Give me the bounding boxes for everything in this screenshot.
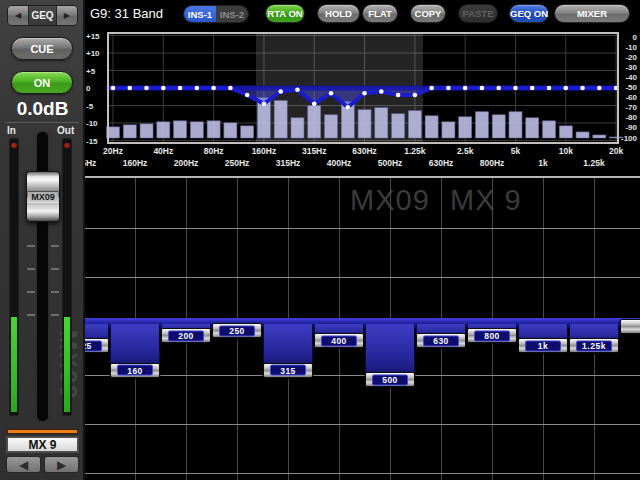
- band-fader-handle-630[interactable]: 630: [416, 333, 466, 348]
- band-handle-label: 315: [270, 365, 306, 376]
- rta-bar: [358, 110, 371, 138]
- rta-bar: [559, 126, 572, 138]
- db-axis-label: -10: [86, 119, 98, 128]
- fader-tick: [27, 291, 35, 293]
- geq-next-button[interactable]: ▶: [57, 6, 77, 25]
- freq-axis-label: 315Hz: [302, 146, 327, 156]
- band-fader-handle-400[interactable]: 400: [314, 333, 364, 348]
- eq-curve-point: [144, 86, 149, 91]
- cue-button[interactable]: CUE: [11, 37, 73, 60]
- eq-curve-point: [513, 86, 518, 91]
- eq-curve-point: [111, 86, 116, 91]
- band-frequency-labels: 125Hz160Hz200Hz250Hz315Hz400Hz500Hz630Hz…: [85, 156, 640, 176]
- freq-axis-label: 5k: [511, 146, 521, 156]
- eq-curve-point: [362, 91, 367, 96]
- toolbar: G9: 31 Band INS-1 INS-2 RTA ON HOLD FLAT…: [85, 0, 640, 28]
- rta-bar: [190, 122, 203, 138]
- rta-bar: [140, 124, 153, 138]
- band-handle-label: 400: [321, 335, 357, 346]
- band-fader-handle-315[interactable]: 315: [263, 363, 313, 378]
- band-frequency-label: 1.25k: [583, 158, 604, 168]
- band-fader-handle-partial[interactable]: [620, 319, 640, 334]
- geq-prev-button[interactable]: ◀: [8, 6, 28, 25]
- band-frequency-label: 1k: [538, 158, 547, 168]
- db-axis-label: -5: [86, 102, 94, 111]
- tab-ins-1[interactable]: INS-1: [184, 6, 216, 22]
- rta-bar: [475, 112, 488, 138]
- geq-switcher: ◀ GEQ ▶: [7, 5, 78, 26]
- rta-bar: [408, 111, 421, 138]
- channel-sidebar: ◀ GEQ ▶ CUE ON 0.0dB In Out MX09 MX09: [0, 0, 85, 480]
- divider: [6, 122, 79, 123]
- band-fader-handle-1k[interactable]: 1k: [518, 338, 568, 353]
- rta-axis-label: -20: [625, 53, 637, 62]
- band-fader-area: MX09MX 91251602002503154005006308001k1.2…: [85, 176, 640, 480]
- tab-ins-2[interactable]: INS-2: [216, 6, 248, 22]
- rta-on-button[interactable]: RTA ON: [265, 4, 305, 23]
- db-axis-label: +15: [86, 32, 100, 41]
- mixer-button[interactable]: MIXER: [554, 4, 630, 23]
- meter-fill: [64, 317, 70, 412]
- rta-bar: [543, 121, 556, 138]
- eq-curve-point: [278, 89, 283, 94]
- db-axis-label: -15: [86, 137, 98, 146]
- band-handle-label: 125: [85, 340, 102, 351]
- rta-bar: [174, 121, 187, 138]
- rta-bar: [375, 108, 388, 138]
- band-fader-handle-250[interactable]: 250: [212, 323, 262, 338]
- band-fader-handle-200[interactable]: 200: [161, 328, 211, 343]
- band-fader-handle-125[interactable]: 125: [85, 338, 109, 353]
- band-handle-label: 200: [168, 330, 204, 341]
- channel-fader-handle[interactable]: MX09: [26, 171, 60, 222]
- rta-bar: [291, 118, 304, 138]
- left-arrow-icon: ◀: [19, 458, 28, 472]
- paste-button[interactable]: PASTE: [458, 4, 498, 23]
- fader-tick: [51, 245, 59, 247]
- band-fader-handle-800[interactable]: 800: [467, 328, 517, 343]
- fader-cap-label: MX09: [28, 191, 58, 203]
- eq-curve-point: [480, 86, 485, 91]
- rta-bar: [274, 101, 287, 138]
- eq-curve-point: [547, 86, 552, 91]
- band-handle-label: 500: [372, 374, 408, 385]
- geq-title: G9: 31 Band: [90, 6, 163, 21]
- geq-on-button[interactable]: GEQ ON: [509, 4, 549, 23]
- channel-prev-button[interactable]: ◀: [6, 456, 41, 473]
- flat-button[interactable]: FLAT: [362, 4, 398, 23]
- db-axis-label: +10: [86, 49, 100, 58]
- eq-curve-point: [329, 91, 334, 96]
- channel-name-badge: MX 9: [6, 436, 79, 453]
- rta-bar: [459, 117, 472, 138]
- eq-curve-point: [161, 86, 166, 91]
- rta-bar: [325, 115, 338, 138]
- eq-curve-point: [245, 93, 250, 98]
- rta-bar: [425, 116, 438, 138]
- fader-tick: [27, 268, 35, 270]
- eq-curve-point: [463, 86, 468, 91]
- band-frequency-label: 630Hz: [429, 158, 454, 168]
- band-fader-handle-500[interactable]: 500: [365, 372, 415, 387]
- freq-axis-label: 10k: [559, 146, 573, 156]
- on-button[interactable]: ON: [11, 71, 73, 94]
- db-gridline: [85, 277, 640, 278]
- rta-axis-label: 0: [633, 33, 638, 42]
- eq-curve-point: [429, 86, 434, 91]
- band-frequency-label: 315Hz: [276, 158, 301, 168]
- copy-button[interactable]: COPY: [410, 4, 446, 23]
- channel-next-button[interactable]: ▶: [44, 456, 79, 473]
- db-gridline: [85, 375, 640, 376]
- band-fader-handle-160[interactable]: 160: [110, 363, 160, 378]
- hold-button[interactable]: HOLD: [317, 4, 360, 23]
- freq-axis-label: 80Hz: [204, 146, 224, 156]
- band-fader-handle-1.25k[interactable]: 1.25k: [569, 338, 619, 353]
- channel-color-stripe: [7, 429, 78, 434]
- rta-axis-label: -30: [625, 63, 637, 72]
- rta-bar: [492, 115, 505, 138]
- eq-curve-point: [345, 105, 350, 110]
- rta-axis-label: -40: [625, 73, 637, 82]
- right-arrow-icon: ▶: [64, 11, 70, 20]
- clip-led: [64, 143, 70, 148]
- right-arrow-icon: ▶: [57, 458, 66, 472]
- band-frequency-label: 500Hz: [378, 158, 403, 168]
- rta-axis-label: -90: [625, 123, 637, 132]
